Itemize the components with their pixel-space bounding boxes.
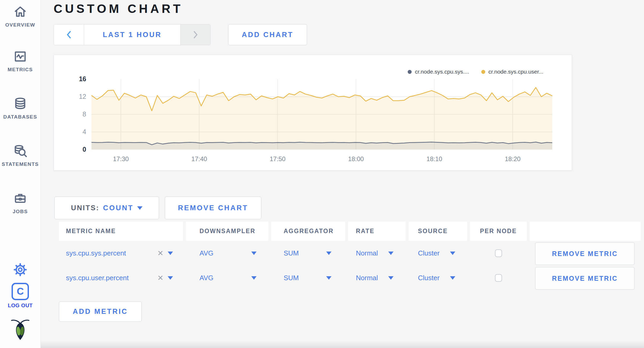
remove-metric-button[interactable]: REMOVE METRIC: [535, 242, 635, 265]
logout-button[interactable]: C LOG OUT: [0, 283, 40, 309]
sidebar-label-databases: DATABASES: [0, 114, 40, 120]
sidebar-item-databases[interactable]: DATABASES: [0, 96, 40, 120]
aggregator-value[interactable]: SUM: [284, 274, 299, 282]
svg-text:4: 4: [83, 128, 86, 135]
legend-entry: cr.node.sys.cpu.user...: [481, 69, 543, 75]
units-dropdown[interactable]: UNITS: COUNT: [54, 197, 159, 219]
metric-dropdown-caret[interactable]: [168, 252, 173, 255]
time-window-selector: LAST 1 HOUR: [54, 24, 211, 45]
downsampler-caret[interactable]: [251, 252, 257, 255]
metric-name-value[interactable]: sys.cpu.sys.percent: [66, 249, 126, 257]
database-icon: [13, 96, 28, 111]
legend-dot-sys: [408, 70, 412, 74]
settings-gear-button[interactable]: [0, 263, 40, 278]
svg-text:17:40: 17:40: [191, 155, 207, 162]
col-header-downsampler: DOWNSAMPLER: [186, 222, 268, 241]
rate-caret[interactable]: [388, 252, 393, 255]
svg-text:18:10: 18:10: [426, 155, 442, 162]
page-title: CUSTOM CHART: [54, 2, 183, 16]
sidebar-item-jobs[interactable]: JOBS: [0, 191, 40, 214]
time-prev-button[interactable]: [54, 24, 84, 45]
chevron-down-icon: [137, 206, 142, 210]
svg-text:16: 16: [79, 75, 86, 83]
units-value: COUNT: [103, 204, 134, 212]
svg-text:18:00: 18:00: [348, 155, 364, 162]
downsampler-caret[interactable]: [251, 276, 257, 280]
time-range-dropdown[interactable]: LAST 1 HOUR: [84, 24, 180, 45]
logout-label: LOG OUT: [0, 303, 40, 309]
svg-text:17:50: 17:50: [270, 155, 285, 162]
downsampler-value[interactable]: AVG: [200, 274, 213, 282]
remove-metric-button[interactable]: REMOVE METRIC: [535, 267, 635, 290]
source-value[interactable]: Cluster: [418, 274, 439, 282]
chart-legend: cr.node.sys.cpu.sys.... cr.node.sys.cpu.…: [408, 69, 543, 75]
cockroach-c-logo: C: [12, 283, 29, 300]
col-header-aggregator: AGGREGATOR: [271, 222, 345, 241]
bottom-scroll-shadow: [41, 341, 644, 348]
remove-chart-button[interactable]: REMOVE CHART: [165, 197, 261, 219]
chevron-right-icon: [192, 30, 199, 39]
svg-text:18:20: 18:20: [505, 155, 520, 162]
main-content: CUSTOM CHART LAST 1 HOUR ADD CHART 04812…: [41, 0, 644, 348]
col-header-actions: [530, 222, 641, 241]
briefcase-icon: [13, 191, 28, 206]
sidebar-item-metrics[interactable]: METRICS: [0, 49, 40, 73]
gear-icon: [13, 263, 27, 277]
metric-dropdown-caret[interactable]: [168, 276, 173, 280]
col-header-per-node: PER NODE: [470, 222, 527, 241]
sidebar-label-metrics: METRICS: [0, 67, 40, 73]
svg-text:0: 0: [83, 146, 86, 153]
downsampler-value[interactable]: AVG: [200, 249, 213, 257]
sidebar-label-overview: OVERVIEW: [0, 22, 40, 28]
cockroach-bug-logo: [0, 319, 40, 342]
legend-label-user: cr.node.sys.cpu.user...: [488, 69, 543, 75]
metrics-table: METRIC NAME DOWNSAMPLER AGGREGATOR RATE …: [59, 222, 641, 290]
svg-text:12: 12: [79, 93, 86, 100]
source-caret[interactable]: [450, 252, 455, 255]
sidebar-item-statements[interactable]: STATEMENTS: [0, 144, 40, 167]
source-caret[interactable]: [450, 276, 455, 280]
legend-dot-user: [481, 70, 485, 74]
legend-label-sys: cr.node.sys.cpu.sys....: [415, 69, 469, 75]
chevron-left-icon: [65, 30, 72, 39]
per-node-checkbox[interactable]: [495, 249, 502, 257]
col-header-metric-name: METRIC NAME: [59, 222, 183, 241]
source-value[interactable]: Cluster: [418, 249, 439, 257]
per-node-checkbox[interactable]: [495, 274, 502, 282]
rate-caret[interactable]: [388, 276, 393, 280]
svg-text:17:30: 17:30: [113, 155, 129, 162]
sidebar: OVERVIEW METRICS DATABASES STATEMENTS: [0, 0, 41, 348]
metrics-chart-icon: [13, 49, 28, 64]
legend-entry: cr.node.sys.cpu.sys....: [408, 69, 469, 75]
sidebar-label-statements: STATEMENTS: [0, 161, 40, 167]
statements-search-icon: [13, 144, 28, 159]
rate-value[interactable]: Normal: [356, 274, 378, 282]
timeseries-chart-card: 048121617:3017:4017:5018:0018:1018:20 cr…: [54, 55, 572, 171]
aggregator-caret[interactable]: [326, 252, 331, 255]
svg-text:8: 8: [83, 110, 86, 118]
table-row: sys.cpu.sys.percent ✕ AVG SUM Normal Clu…: [59, 241, 641, 265]
col-header-rate: RATE: [348, 222, 406, 241]
units-label: UNITS:: [71, 204, 99, 212]
metric-name-value[interactable]: sys.cpu.user.percent: [66, 274, 129, 282]
col-header-source: SOURCE: [408, 222, 467, 241]
home-icon: [13, 4, 28, 19]
rate-value[interactable]: Normal: [356, 249, 378, 257]
aggregator-value[interactable]: SUM: [284, 249, 299, 257]
table-row: sys.cpu.user.percent ✕ AVG SUM Normal Cl…: [59, 265, 641, 290]
add-chart-button[interactable]: ADD CHART: [228, 24, 307, 45]
logo-letter: C: [17, 286, 24, 297]
time-next-button[interactable]: [180, 24, 210, 45]
clear-metric-icon[interactable]: ✕: [157, 249, 163, 258]
clear-metric-icon[interactable]: ✕: [157, 274, 163, 282]
aggregator-caret[interactable]: [326, 276, 331, 280]
table-header-row: METRIC NAME DOWNSAMPLER AGGREGATOR RATE …: [59, 222, 641, 241]
sidebar-item-overview[interactable]: OVERVIEW: [0, 4, 40, 28]
sidebar-label-jobs: JOBS: [0, 209, 40, 214]
add-metric-button[interactable]: ADD METRIC: [59, 301, 142, 322]
